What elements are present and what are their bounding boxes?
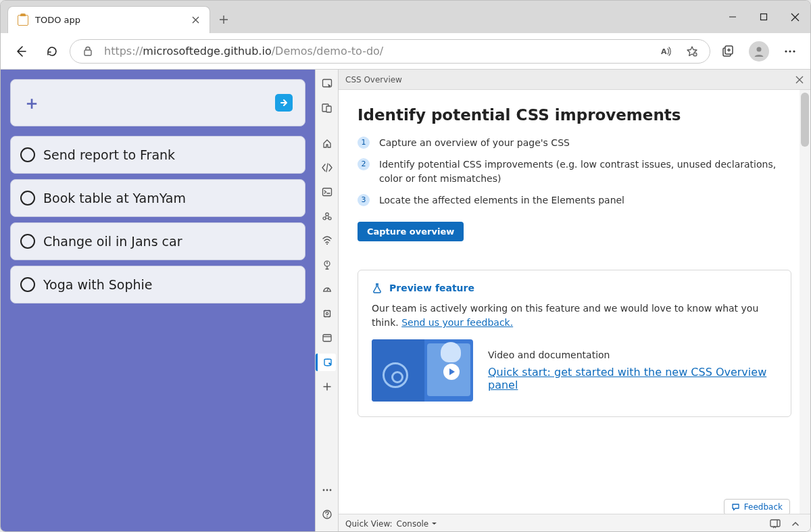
todo-checkbox[interactable] [20,234,35,249]
feedback-label: Feedback [744,502,783,512]
scroll-thumb[interactable] [801,93,809,147]
quickview-label: Quick View: [345,519,393,529]
preview-feature-box: Preview feature Our team is actively wor… [358,270,791,417]
play-icon [443,364,460,380]
collections-icon[interactable] [714,38,741,65]
todo-label: Change oil in Jans car [43,234,182,249]
step-item: 1Capture an overview of your page's CSS [358,136,791,149]
svg-text:A: A [661,47,667,56]
sources-tool-icon[interactable] [317,208,337,225]
step-number: 2 [358,158,370,170]
devtools-panel: CSS Overview Identify potential CSS impr… [339,70,810,532]
profile-avatar[interactable] [745,38,772,65]
svg-rect-13 [322,189,331,196]
svg-point-26 [326,516,328,518]
svg-rect-12 [326,106,331,112]
panel-title: CSS Overview [345,75,402,84]
scrollbar[interactable] [800,90,810,514]
panel-body: Identify potential CSS improvements 1Cap… [339,90,810,514]
security-tool-icon[interactable] [317,329,337,347]
svg-point-7 [785,50,787,52]
performance-tool-icon[interactable] [317,256,337,274]
steps-list: 1Capture an overview of your page's CSS … [358,136,791,207]
new-tab-button[interactable] [210,6,237,33]
svg-point-24 [329,489,331,491]
more-menu-icon[interactable] [777,38,804,65]
todo-item[interactable]: Yoga with Sophie [10,266,305,304]
inspect-icon[interactable] [317,75,337,93]
quick-view-bar: Quick View: Console [339,514,810,532]
svg-rect-21 [323,335,331,341]
address-bar[interactable]: https://microsoftedge.github.io/Demos/de… [70,39,710,64]
application-tool-icon[interactable] [317,305,337,322]
step-item: 2Identify potential CSS improvements (e.… [358,158,791,185]
quick-start-link[interactable]: Quick start: get started with the new CS… [488,366,777,391]
chevron-down-icon [431,521,437,527]
feedback-button[interactable]: Feedback [724,499,790,514]
refresh-button[interactable] [39,38,66,65]
svg-rect-27 [770,520,780,527]
step-text: Capture an overview of your page's CSS [379,136,570,149]
step-number: 3 [358,194,370,206]
video-thumbnail[interactable] [372,339,473,402]
devtools-activity-bar [315,70,339,532]
todo-item[interactable]: Book table at YamYam [10,179,305,217]
back-button[interactable] [7,38,34,65]
step-text: Locate the affected elements in the Elem… [379,193,624,207]
capture-overview-button[interactable]: Capture overview [358,222,464,241]
devtools-help-icon[interactable] [317,506,337,523]
favorites-icon[interactable] [683,42,702,61]
dock-side-icon[interactable] [767,516,783,532]
tab-favicon [18,15,28,26]
more-tools-icon[interactable] [317,378,337,395]
svg-point-9 [793,50,795,52]
todo-item[interactable]: Send report to Frank [10,136,305,174]
chevron-up-icon[interactable] [787,516,804,532]
panel-header: CSS Overview [339,70,810,90]
browser-tab[interactable]: TODO app [7,6,210,33]
url-text: https://microsoftedge.github.io/Demos/de… [104,45,650,57]
svg-rect-0 [761,14,767,20]
welcome-tool-icon[interactable] [317,135,337,152]
memory-tool-icon[interactable] [317,281,337,298]
svg-rect-1 [84,50,91,55]
add-todo-card[interactable]: ＋ [10,79,305,126]
todo-item[interactable]: Change oil in Jans car [10,222,305,260]
send-feedback-link[interactable]: Send us your feedback. [401,317,513,328]
tab-title: TODO app [35,15,184,25]
window-minimize-button[interactable] [717,1,748,33]
close-tab-icon[interactable] [191,16,200,25]
todo-checkbox[interactable] [20,277,35,292]
svg-point-22 [322,489,324,491]
console-tool-icon[interactable] [317,183,337,201]
browser-toolbar: https://microsoftedge.github.io/Demos/de… [1,33,810,70]
svg-point-8 [789,50,791,52]
submit-todo-button[interactable] [275,94,293,112]
devtools-more-icon[interactable] [317,481,337,499]
preview-badge: Preview feature [372,283,777,293]
todo-checkbox[interactable] [20,147,35,162]
read-aloud-icon[interactable]: A [657,42,676,61]
device-emulation-icon[interactable] [317,99,337,117]
panel-close-icon[interactable] [795,76,804,84]
step-number: 1 [358,137,370,149]
feedback-icon [731,503,740,512]
step-text: Identify potential CSS improvements (e.g… [379,158,791,185]
flask-icon [372,283,383,293]
site-info-icon[interactable] [78,42,97,61]
todo-app-pane: ＋ Send report to Frank Book table at Yam… [1,70,315,532]
quickview-dropdown[interactable]: Console [397,519,438,529]
elements-tool-icon[interactable] [317,159,337,176]
todo-checkbox[interactable] [20,191,35,205]
window-maximize-button[interactable] [748,1,779,33]
svg-point-17 [326,243,328,245]
svg-rect-19 [324,311,330,317]
todo-list: Send report to Frank Book table at YamYa… [10,136,305,304]
network-tool-icon[interactable] [317,232,337,249]
panel-headline: Identify potential CSS improvements [358,106,791,124]
css-overview-tool-icon[interactable] [316,354,336,371]
plus-icon: ＋ [23,91,41,115]
svg-point-6 [757,47,762,51]
video-doc-row: Video and documentation Quick start: get… [372,339,777,402]
window-close-button[interactable] [779,1,810,33]
